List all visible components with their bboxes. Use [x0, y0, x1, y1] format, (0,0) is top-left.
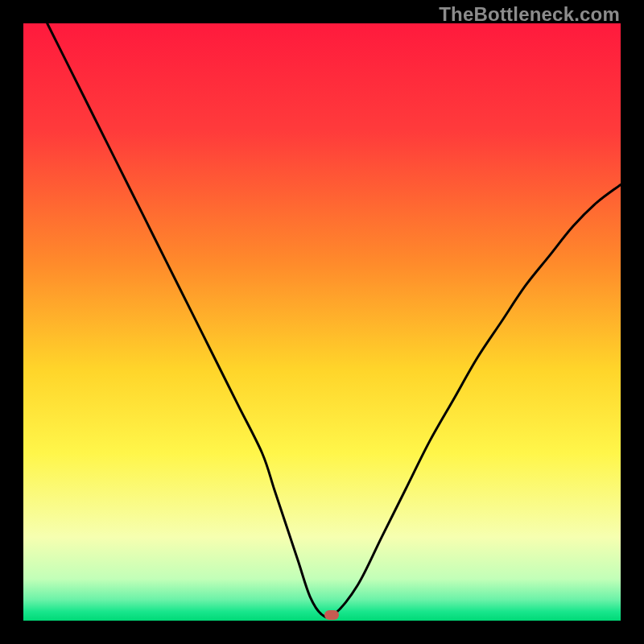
bottleneck-curve	[23, 23, 621, 621]
optimum-marker	[324, 610, 339, 620]
watermark-text: TheBottleneck.com	[439, 3, 620, 26]
plot-area	[23, 23, 621, 621]
chart-frame: TheBottleneck.com	[0, 0, 644, 644]
